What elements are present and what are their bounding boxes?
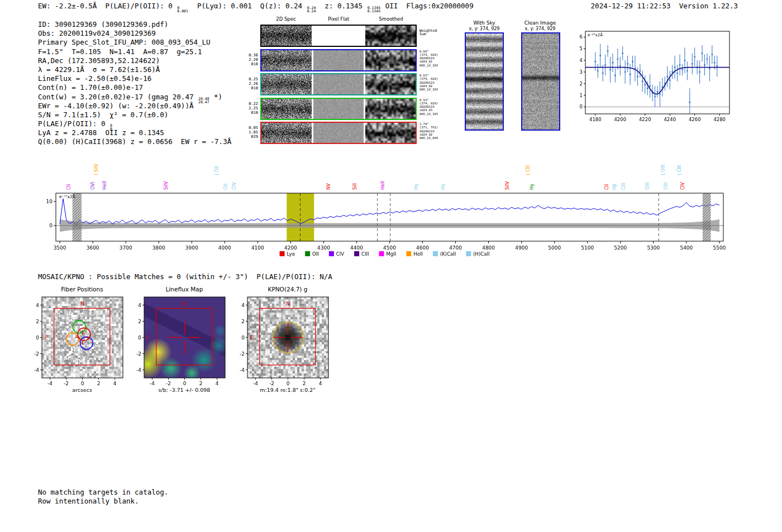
spec2d-row [260,122,417,144]
spec2d-cell [313,99,364,119]
kpno-g-cutout [228,291,337,387]
clean-image-image [522,33,559,130]
lineflux-map-cutout [125,291,233,387]
lineflux-map-xlabel: s/b: -3.71 +/- 0.098 [159,387,211,393]
spec2d-row-scale-label: 0.22 2.25 010 [235,102,258,115]
spec2d-cell [313,123,364,143]
spec2d-cell [313,50,364,70]
footer-blank-row: Row intentionally blank. [38,497,168,506]
info-line: P(LAE)/P(OII): 0 00 [38,119,231,128]
spec2d-row-info-label: 0.83" (374, 929) 20200119 v024_02 008_LU… [419,74,452,91]
spec2d-row-info-label: 0.93" (374, 929) 20200119 v024_03 008_LU… [419,98,452,116]
spec2d-col-header-smoothed: Smoothed [365,16,417,22]
spec2d-row-scale-label: 0.05 1.85 029 [235,126,258,139]
elixer-detection-report: EW: -2.2±-0.5Å P(LAE)/P(OII): 0 00.001 P… [0,0,782,532]
full-spectrum-plot [42,151,729,262]
info-line: LyA z = 2.4788 OII z = 0.1345 [38,128,231,137]
detection-info-block: ID: 3090129369 (3090129369.pdf)Obs: 2020… [38,20,231,147]
with-sky-image [466,33,503,130]
kpno-g-xlabel: m:19.4 re:1.8" s:0.2" [260,387,316,393]
header-timestamp-version: 2024-12-29 11:22:53 Version 1.22.3 [591,2,738,10]
spec2d-col-header-pixelflat: Pixel Flat [313,16,364,22]
info-line: Primary Spec_Slot_IFU_AMP: 008_093_054_L… [38,38,231,47]
spec2d-cell [261,74,312,94]
line-fit-zoom-plot [570,27,733,128]
spec2d-cell [261,99,312,119]
mosaic-matches-line: MOSAIC/KPNO : Possible Matches = 0 (with… [38,272,332,281]
info-line: Q(0.00) (H)CaII(3968) z = 0.0656 EW r = … [38,137,231,146]
spec2d-row [260,73,417,95]
spec2d-row-info-label: 1.74" (371, 761) 20200119 v024_02 008_LU… [419,122,452,140]
spec2d-row [260,25,417,47]
spec2d-row-scale-label: 0.25 2.26 010 [235,77,258,90]
info-line: Obs: 20200119v024_3090129369 [38,29,231,38]
spec2d-strips [260,25,417,146]
with-sky-cutout [465,32,504,131]
fiber-positions-xlabel: arcsecs [72,387,92,393]
info-line: RA,Dec (172.305893,52.124622) [38,56,231,65]
spec2d-col-header-2dspec: 2D Spec [260,16,312,22]
spec2d-row [260,49,417,71]
spec2d-row-info-label: Weighted Sum [419,29,452,36]
spec2d-cell [365,123,416,143]
spec2d-cell [365,26,416,46]
info-line: λ = 4229.1Å σ = 7.62(±1.56)Å [38,65,231,74]
clean-image-title: Clean Image [515,20,565,26]
with-sky-coords: x, y: 374, 929 [459,26,509,31]
footer-block: No matching targets in catalog. Row inte… [38,488,168,505]
spec2d-row-info-label: 0.68" (374, 929) 20200119 v024_01 008_LU… [419,50,452,67]
header-summary: EW: -2.2±-0.5Å P(LAE)/P(OII): 0 00.001 P… [38,2,474,13]
spec2d-cell [365,74,416,94]
spec2d-cell [261,50,312,70]
with-sky-title: With Sky [459,20,509,26]
info-line: Cont(n) = 1.70(±0.00)e-17 [38,83,231,92]
info-line: LineFlux = -2.50(±0.54)e-16 [38,74,231,83]
clean-image-cutout [521,32,560,131]
spec2d-cell [365,50,416,70]
info-line: Cont(w) = 3.20(±0.02)e-17 (gmag 20.47 20… [38,93,231,102]
info-line: F=1.5" T=0.105 N=1.41 A=0.87 g=25.1 [38,47,231,56]
info-line: ID: 3090129369 (3090129369.pdf) [38,20,231,29]
clean-image-coords: x, y: 374, 929 [515,26,565,31]
spec2d-row-scale-label: 0.36 2.20 010 [235,53,258,66]
spec2d-cell [313,74,364,94]
spec2d-row [260,98,417,120]
fiber-positions-cutout [22,291,131,387]
spec2d-cell [261,26,312,46]
info-line: S/N = 7.1(±1.5) χ² = 0.7(±0.0) [38,111,231,119]
spec2d-cell [261,123,312,143]
spec2d-cell [365,99,416,119]
footer-no-targets: No matching targets in catalog. [38,488,168,497]
